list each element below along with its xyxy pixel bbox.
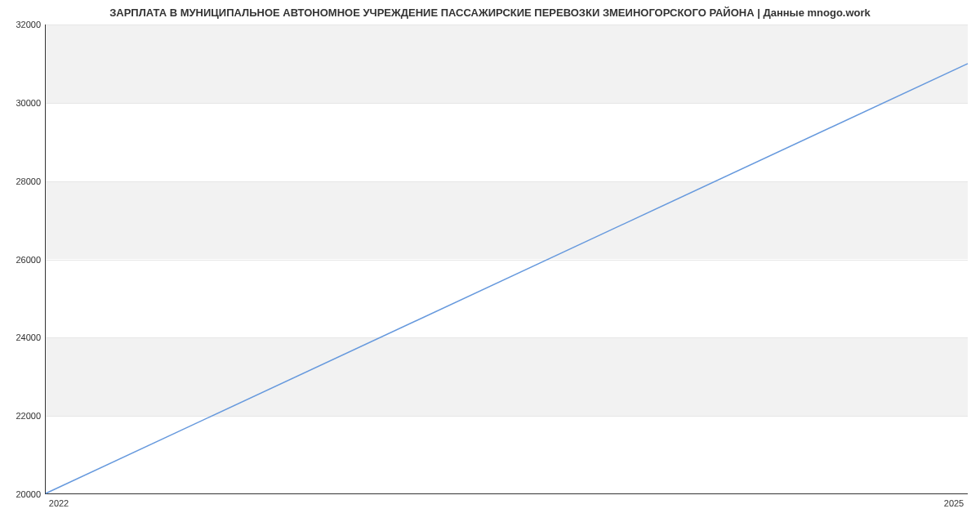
data-line <box>46 64 968 493</box>
x-tick-0: 2022 <box>49 498 69 508</box>
chart-container: ЗАРПЛАТА В МУНИЦИПАЛЬНОЕ АВТОНОМНОЕ УЧРЕ… <box>0 0 980 531</box>
plot-area <box>45 25 968 494</box>
y-tick-2: 24000 <box>5 332 41 342</box>
chart-title: ЗАРПЛАТА В МУНИЦИПАЛЬНОЕ АВТОНОМНОЕ УЧРЕ… <box>0 7 980 19</box>
y-tick-6: 32000 <box>5 20 41 29</box>
y-tick-0: 20000 <box>5 489 41 499</box>
y-tick-1: 22000 <box>5 411 41 421</box>
x-tick-1: 2025 <box>944 498 964 508</box>
y-tick-4: 28000 <box>5 176 41 186</box>
line-svg <box>46 25 968 493</box>
y-tick-3: 26000 <box>5 255 41 265</box>
y-tick-5: 30000 <box>5 98 41 108</box>
